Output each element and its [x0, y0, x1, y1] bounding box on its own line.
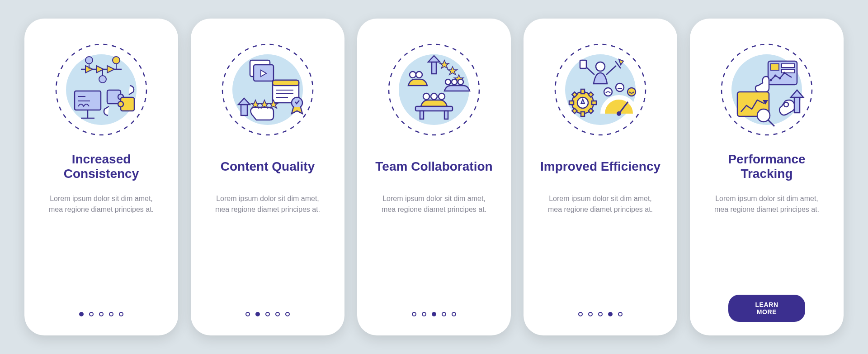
card-body: Lorem ipsum dolor sit dim amet, mea regi…	[211, 193, 324, 215]
svg-rect-83	[771, 64, 779, 70]
svg-point-79	[627, 88, 636, 96]
dot-5[interactable]	[618, 312, 623, 316]
svg-point-87	[774, 75, 777, 77]
card-title: Content Quality	[221, 152, 315, 182]
svg-point-6	[85, 57, 93, 64]
dot-4[interactable]	[275, 312, 280, 316]
svg-point-10	[99, 76, 106, 83]
card-body: Lorem ipsum dolor sit dim amet, mea regi…	[377, 193, 491, 215]
svg-point-8	[113, 57, 120, 64]
svg-rect-53	[420, 111, 424, 119]
svg-rect-66	[569, 101, 574, 105]
svg-rect-95	[794, 97, 800, 113]
onboarding-card-team-collaboration: Team Collaboration Lorem ipsum dolor sit…	[357, 19, 511, 335]
svg-rect-60	[580, 60, 586, 68]
dot-3[interactable]	[598, 312, 603, 316]
svg-rect-84	[782, 64, 794, 67]
consistency-icon	[54, 42, 149, 137]
dot-1[interactable]	[578, 312, 583, 316]
svg-rect-64	[581, 89, 585, 94]
card-body: Lorem ipsum dolor sit dim amet, mea regi…	[710, 193, 823, 215]
card-title: Increased Consistency	[40, 152, 163, 182]
dot-3[interactable]	[265, 312, 270, 316]
dot-3[interactable]	[99, 312, 104, 316]
svg-point-45	[416, 72, 422, 78]
quality-icon	[220, 42, 315, 137]
dot-5[interactable]	[119, 312, 123, 316]
dot-2[interactable]	[422, 312, 426, 316]
page-indicator	[191, 312, 344, 316]
dot-2[interactable]	[89, 312, 94, 316]
svg-point-92	[757, 109, 770, 122]
svg-point-50	[431, 93, 437, 100]
svg-point-49	[423, 93, 429, 100]
onboarding-card-performance-tracking: Performance Tracking Lorem ipsum dolor s…	[690, 19, 844, 335]
collaboration-icon	[387, 42, 481, 137]
svg-rect-27	[273, 80, 299, 86]
svg-point-88	[779, 77, 781, 80]
svg-point-48	[458, 79, 463, 85]
dot-2[interactable]	[255, 312, 260, 316]
svg-point-51	[439, 93, 445, 100]
learn-more-button[interactable]: LEARN MORE	[728, 295, 805, 322]
onboarding-card-improved-efficiency: Improved Efficiency Lorem ipsum dolor si…	[524, 19, 677, 335]
svg-rect-65	[581, 112, 585, 116]
svg-point-46	[445, 79, 451, 85]
page-indicator	[357, 312, 511, 316]
svg-point-86	[770, 79, 772, 81]
svg-point-47	[452, 79, 457, 85]
dot-4[interactable]	[442, 312, 446, 316]
tracking-icon	[719, 42, 814, 137]
dot-4[interactable]	[109, 312, 113, 316]
dot-1[interactable]	[79, 312, 84, 316]
svg-point-57	[596, 62, 605, 71]
page-indicator	[524, 312, 677, 316]
onboarding-card-increased-consistency: Increased Consistency Lorem ipsum dolor …	[24, 19, 178, 335]
dot-1[interactable]	[412, 312, 416, 316]
dot-1[interactable]	[245, 312, 250, 316]
dot-2[interactable]	[588, 312, 593, 316]
dot-4[interactable]	[608, 312, 613, 316]
dot-3[interactable]	[432, 312, 436, 316]
svg-point-1	[66, 54, 137, 125]
card-title: Team Collaboration	[375, 152, 492, 182]
dot-5[interactable]	[452, 312, 456, 316]
page-indicator	[24, 312, 178, 316]
card-title: Performance Tracking	[705, 152, 828, 182]
svg-point-77	[616, 83, 624, 91]
card-body: Lorem ipsum dolor sit dim amet, mea regi…	[544, 193, 657, 215]
svg-point-44	[410, 72, 416, 78]
card-body: Lorem ipsum dolor sit dim amet, mea regi…	[45, 193, 158, 215]
efficiency-icon	[553, 42, 648, 137]
svg-rect-54	[444, 111, 448, 119]
svg-rect-39	[432, 62, 436, 74]
svg-rect-52	[415, 106, 453, 111]
svg-point-75	[617, 111, 621, 116]
card-title: Improved Efficiency	[540, 152, 660, 182]
svg-point-20	[118, 101, 123, 107]
svg-rect-35	[241, 105, 247, 115]
onboarding-card-content-quality: Content Quality Lorem ipsum dolor sit di…	[191, 19, 344, 335]
dot-5[interactable]	[285, 312, 290, 316]
svg-rect-67	[592, 101, 596, 105]
svg-point-89	[783, 72, 786, 74]
